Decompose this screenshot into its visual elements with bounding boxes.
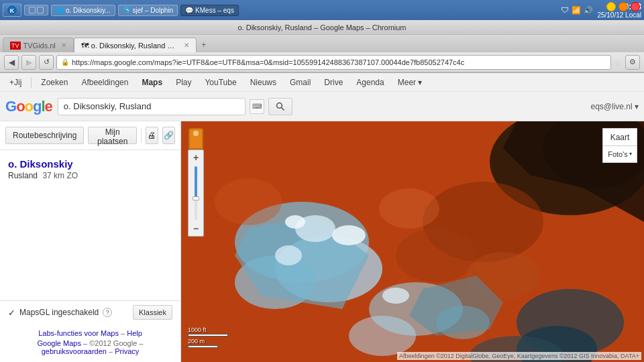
place-country: Rusland: [8, 171, 38, 180]
toolbar-youtube-btn[interactable]: YouTube: [201, 76, 240, 88]
taskbar-apps: K 🌐 o. Diksonskiy... 🐬 sjef – Dolphin 💬 …: [3, 3, 239, 17]
svg-point-24: [215, 178, 282, 225]
new-tab-btn[interactable]: +: [197, 38, 211, 52]
map-type-foto-btn[interactable]: Foto's ▾: [602, 145, 637, 163]
taskbar-kmess-btn[interactable]: 💬 KMess – eqs: [180, 5, 239, 16]
privacy-link[interactable]: Privacy: [115, 347, 139, 355]
address-bar[interactable]: 🔒 https://maps.google.com/maps?ie=UTF8&o…: [56, 55, 611, 70]
kde-icon: K: [7, 5, 17, 15]
tab-tvgids-close[interactable]: ✕: [61, 42, 66, 49]
browser-title: o. Diksonskiy, Rusland – Google Maps – C…: [237, 23, 406, 32]
back-btn[interactable]: ◀: [4, 55, 19, 70]
place-distance: 37 km ZO: [42, 171, 78, 180]
ssl-icon: 🔒: [61, 58, 69, 66]
tabs-bar: TV TVGids.nl ✕ 🗺 o. Diksonskiy, Rusland …: [0, 35, 644, 52]
routebeschrijving-btn[interactable]: Routebeschrijving: [5, 127, 84, 144]
footer-labs: Labs-functies voor Maps – Help: [8, 329, 172, 337]
reload-btn[interactable]: ↺: [39, 55, 54, 70]
mapsgl-help-icon[interactable]: ?: [103, 308, 112, 317]
labs-link[interactable]: Labs-functies voor Maps: [38, 329, 119, 337]
search-icon: [276, 102, 285, 111]
taskbar-chromium-btn[interactable]: 🌐 o. Diksonskiy...: [51, 5, 115, 16]
map-type-btns: Kaart Foto's ▾: [602, 128, 637, 163]
forward-btn[interactable]: ▶: [21, 55, 36, 70]
terms-link[interactable]: gebruiksvooraarden: [42, 347, 107, 355]
logo-e: e: [45, 98, 52, 115]
browser-chrome: o. Diksonskiy, Rusland – Google Maps – C…: [0, 20, 644, 73]
zoom-in-btn[interactable]: +: [189, 150, 203, 165]
browser-title-bar: o. Diksonskiy, Rusland – Google Maps – C…: [0, 20, 644, 35]
print-btn[interactable]: 🖨: [146, 127, 158, 144]
place-info: o. Diksonskiy Rusland 37 km ZO: [0, 150, 180, 188]
taskbar-kde-btn[interactable]: K: [3, 3, 21, 17]
toolbar-maps-btn[interactable]: Maps: [138, 76, 166, 88]
google-logo[interactable]: Google: [5, 98, 52, 115]
tab-tvgids-label: TVGids.nl: [23, 42, 56, 50]
svg-text:K: K: [10, 7, 15, 14]
link-btn[interactable]: 🔗: [162, 127, 175, 144]
taskbar-window-controls[interactable]: [24, 5, 48, 15]
toolbar-news-btn[interactable]: Nieuws: [246, 76, 280, 88]
scale-label-200m: 200 m: [188, 338, 228, 345]
mapsgl-row: ✓ MapsGL ingeschakeld ? Klassiek: [0, 300, 180, 324]
wrench-btn[interactable]: ⚙: [625, 55, 640, 70]
search-go-btn[interactable]: [268, 98, 292, 115]
zoom-out-btn[interactable]: −: [189, 221, 203, 236]
toolbar-more-btn[interactable]: Meer ▾: [394, 76, 427, 88]
panel-footer: Labs-functies voor Maps – Help Google Ma…: [0, 324, 180, 362]
left-panel: Routebeschrijving Mijn plaatsen 🖨 🔗 o. D…: [0, 121, 181, 362]
googlemaps-link[interactable]: Google Maps: [38, 339, 81, 347]
tab-tvgids[interactable]: TV TVGids.nl ✕: [3, 38, 74, 52]
svg-point-26: [379, 188, 439, 229]
pegman-control[interactable]: [189, 128, 203, 149]
toolbar-gmail-btn[interactable]: Gmail: [286, 76, 315, 88]
bookmark-star-icon[interactable]: ☆: [614, 57, 623, 68]
map-attribution: Afbeeldingen ©2012 DigitalGlobe, GeoEye,…: [397, 352, 641, 360]
scale-label-1000ft: 1000 ft: [188, 326, 228, 333]
svg-point-18: [396, 229, 476, 282]
taskbar-dolphin-btn[interactable]: 🐬 sjef – Dolphin: [118, 5, 178, 16]
tab-googlemaps-close[interactable]: ✕: [184, 42, 189, 49]
map-satellite[interactable]: + − Kaart Foto's ▾ 1000 ft 200: [181, 121, 644, 362]
nav-right: ☆ ⚙: [614, 55, 640, 70]
mapsgl-label: MapsGL ingeschakeld: [19, 308, 99, 317]
svg-line-3: [281, 107, 284, 110]
tab-googlemaps[interactable]: 🗺 o. Diksonskiy, Rusland – G... ✕: [74, 38, 197, 52]
minimize-btn[interactable]: [606, 2, 616, 11]
close-btn[interactable]: [631, 2, 640, 11]
main-content: Routebeschrijving Mijn plaatsen 🖨 🔗 o. D…: [0, 121, 644, 362]
toolbar-agenda-btn[interactable]: Agenda: [352, 76, 388, 88]
logo-o1: o: [16, 98, 24, 115]
search-keyboard-btn[interactable]: ⌨: [250, 99, 264, 114]
footer-copyright: Google Maps – ©2012 Google – gebruiksvoo…: [8, 339, 172, 355]
toolbar-drive-btn[interactable]: Drive: [320, 76, 347, 88]
help-link[interactable]: Help: [127, 329, 142, 337]
nav-bar: ◀ ▶ ↺ 🔒 https://maps.google.com/maps?ie=…: [0, 52, 644, 72]
toolbar-plusjij-btn[interactable]: +Jij: [5, 76, 25, 88]
search-bar-area: Google ⌨ eqs@live.nl ▾: [0, 92, 644, 121]
svg-point-22: [285, 215, 305, 229]
toolbar-play-btn[interactable]: Play: [172, 76, 195, 88]
zoom-handle[interactable]: [193, 196, 199, 200]
search-input[interactable]: [58, 98, 246, 115]
maximize-btn[interactable]: [619, 2, 628, 11]
volume-icon: 🔊: [584, 6, 593, 15]
place-name[interactable]: o. Diksonskiy: [8, 158, 172, 170]
window-controls[interactable]: [606, 2, 640, 11]
map-area[interactable]: + − Kaart Foto's ▾ 1000 ft 200: [181, 121, 644, 362]
tab-googlemaps-label: o. Diksonskiy, Rusland – G...: [91, 42, 178, 50]
map-type-kaart-btn[interactable]: Kaart: [602, 128, 637, 145]
klassiek-btn[interactable]: Klassiek: [133, 305, 172, 320]
taskbar: K 🌐 o. Diksonskiy... 🐬 sjef – Dolphin 💬 …: [0, 0, 644, 20]
tab-tvgids-favicon: TV: [10, 42, 21, 50]
svg-point-2: [276, 103, 282, 108]
svg-point-16: [275, 245, 302, 265]
toolbar-search-btn[interactable]: Zoeken: [37, 76, 72, 88]
place-sub: Rusland 37 km ZO: [8, 171, 172, 180]
mijn-plaatsen-btn[interactable]: Mijn plaatsen: [88, 127, 137, 144]
svg-point-13: [349, 316, 416, 356]
toolbar-images-btn[interactable]: Afbeeldingen: [77, 76, 132, 88]
svg-point-21: [332, 225, 366, 245]
panel-divider: [141, 128, 142, 143]
user-info[interactable]: eqs@live.nl ▾: [590, 102, 639, 111]
